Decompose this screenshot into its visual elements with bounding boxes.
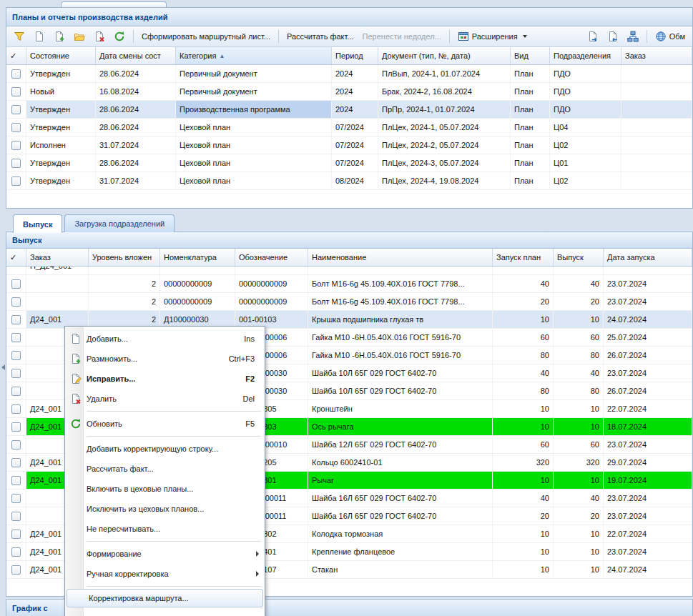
row-checkbox-cell bbox=[6, 364, 26, 382]
menu-delete[interactable]: УдалитьDel bbox=[65, 389, 265, 409]
table-row[interactable]: Н_Д24_001 bbox=[6, 267, 692, 275]
row-checkbox[interactable] bbox=[11, 440, 21, 449]
row-checkbox[interactable] bbox=[11, 177, 21, 186]
cell-category: Цеховой план bbox=[176, 154, 332, 172]
column-header-division[interactable]: Подразделения bbox=[550, 47, 621, 64]
row-checkbox[interactable] bbox=[11, 279, 21, 289]
row-checkbox[interactable] bbox=[11, 530, 21, 539]
table-row[interactable]: Утвержден28.06.2024Цеховой план07/2024Пл… bbox=[6, 119, 692, 136]
calc-fact-button[interactable]: Рассчитать факт... bbox=[283, 31, 358, 42]
cell-out: 80 bbox=[554, 347, 604, 364]
menu-manual-correction[interactable]: Ручная корректировка bbox=[65, 564, 265, 584]
filter-button[interactable] bbox=[10, 29, 29, 44]
row-checkbox[interactable] bbox=[11, 458, 21, 467]
clone-button[interactable] bbox=[50, 29, 69, 44]
cell-period: 2024 bbox=[332, 83, 378, 100]
tab-zagruzka-podrazdelenij[interactable]: Загрузка подразделений bbox=[64, 214, 175, 232]
column-header-kind[interactable]: Вид bbox=[511, 47, 550, 64]
extensions-button[interactable]: Расширения bbox=[454, 29, 531, 44]
row-checkbox[interactable] bbox=[11, 494, 21, 503]
column-header-out[interactable]: Выпуск bbox=[554, 249, 604, 266]
cell-value: Утвержден bbox=[30, 159, 70, 167]
column-header-doc[interactable]: Документ (тип, №, дата) bbox=[378, 47, 511, 64]
menu-add-correction-row[interactable]: Добавить корректирующую строку... bbox=[65, 439, 265, 459]
row-checkbox[interactable] bbox=[11, 547, 21, 557]
row-checkbox[interactable] bbox=[11, 69, 21, 79]
cell-value: 60 bbox=[541, 440, 549, 449]
column-header-check[interactable]: ✓ bbox=[6, 249, 26, 266]
route-sheet-button-label: Сформировать маршрутный лист... bbox=[142, 32, 270, 41]
lower-tabbar: Выпуск Загрузка подразделений bbox=[13, 214, 175, 233]
cell-date: 18.07.2024 bbox=[604, 418, 692, 435]
menu-shortcut: F5 bbox=[245, 419, 255, 428]
row-checkbox[interactable] bbox=[11, 422, 21, 432]
row-checkbox[interactable] bbox=[11, 565, 21, 575]
row-checkbox[interactable] bbox=[11, 476, 21, 485]
menu-calc-fact[interactable]: Рассчитать факт... bbox=[65, 459, 265, 479]
table-row[interactable]: Исполнен31.07.2024Цеховой план07/2024ПлЦ… bbox=[6, 136, 692, 154]
row-checkbox[interactable] bbox=[11, 297, 21, 307]
menu-no-recalc[interactable]: Не пересчитывать... bbox=[65, 519, 265, 539]
row-checkbox[interactable] bbox=[11, 123, 21, 132]
column-header-label: ✓ bbox=[10, 253, 16, 262]
menu-formation[interactable]: Формирование bbox=[65, 544, 265, 564]
add-button[interactable] bbox=[30, 29, 49, 44]
row-checkbox[interactable] bbox=[11, 387, 21, 396]
cell-value: Шайба 16Л 65Г 029 ГОСТ 6402-70 bbox=[312, 512, 436, 520]
sitemap-button[interactable] bbox=[624, 29, 642, 44]
column-header-des[interactable]: Обозначение bbox=[235, 249, 308, 266]
cell-date: 31.07.2024 bbox=[96, 136, 176, 154]
delete-button[interactable] bbox=[90, 29, 109, 44]
tab-vypusk[interactable]: Выпуск bbox=[13, 214, 62, 233]
column-header-category[interactable]: Категория▲ bbox=[176, 47, 332, 64]
cell-value: 10 bbox=[541, 530, 549, 538]
table-row[interactable]: Новый16.08.2024Первичный документ2024Бра… bbox=[6, 83, 692, 101]
row-checkbox[interactable] bbox=[11, 369, 21, 378]
open-button[interactable] bbox=[70, 29, 89, 44]
row-checkbox[interactable] bbox=[11, 512, 21, 521]
row-checkbox[interactable] bbox=[11, 333, 21, 342]
menu-edit[interactable]: Исправить...F2 bbox=[65, 369, 265, 389]
column-header-period[interactable]: Период bbox=[332, 47, 378, 64]
column-header-name[interactable]: Наименование bbox=[308, 249, 493, 266]
exchange-button[interactable]: Обм bbox=[652, 29, 689, 44]
table-row[interactable]: 20000000000900000000009Болт М16-6g 45.10… bbox=[6, 275, 692, 293]
window-tab-fragment[interactable] bbox=[61, 1, 167, 7]
route-sheet-button[interactable]: Сформировать маршрутный лист... bbox=[138, 31, 274, 42]
row-checkbox[interactable] bbox=[11, 87, 21, 96]
table-row[interactable]: 20000000000900000000009Болт М16-6g 45.10… bbox=[6, 293, 692, 311]
table-row[interactable]: Утвержден28.06.2024Первичный документ202… bbox=[6, 65, 692, 83]
column-header-order[interactable]: Заказ bbox=[621, 47, 692, 64]
cell-out: 10 bbox=[554, 418, 604, 435]
export-button[interactable] bbox=[584, 29, 602, 44]
menu-refresh[interactable]: ОбновитьF5 bbox=[65, 414, 265, 434]
column-header-state[interactable]: Состояние bbox=[26, 47, 96, 64]
row-checkbox-cell bbox=[6, 382, 26, 399]
import-button[interactable] bbox=[604, 29, 622, 44]
row-checkbox[interactable] bbox=[11, 404, 21, 414]
row-checkbox[interactable] bbox=[11, 159, 21, 168]
cell-order bbox=[621, 83, 692, 100]
plans-panel-header: Планы и отчеты производства изделий bbox=[6, 8, 692, 26]
row-checkbox[interactable] bbox=[11, 351, 21, 360]
column-header-date[interactable]: Дата смены сост bbox=[96, 47, 176, 64]
refresh-button[interactable] bbox=[110, 29, 129, 44]
row-checkbox[interactable] bbox=[11, 141, 21, 150]
menu-include-shop-plans[interactable]: Включить в цеховые планы... bbox=[65, 479, 265, 499]
column-header-plan[interactable]: Запуск план bbox=[493, 249, 554, 266]
column-header-check[interactable]: ✓ bbox=[6, 47, 26, 64]
column-header-order[interactable]: Заказ bbox=[26, 249, 89, 266]
table-row[interactable]: Утвержден31.07.2024Цеховой план08/2024Пл… bbox=[6, 172, 692, 190]
menu-add[interactable]: Добавить...Ins bbox=[65, 329, 265, 349]
menu-route-correction[interactable]: Корректировка маршрута... bbox=[67, 589, 263, 607]
row-checkbox[interactable] bbox=[11, 315, 21, 324]
menu-exclude-shop-plans[interactable]: Исключить из цеховых планов... bbox=[65, 499, 265, 519]
west-collapse-handle[interactable] bbox=[0, 359, 6, 375]
table-row[interactable]: Утвержден28.06.2024Цеховой план07/2024Пл… bbox=[6, 154, 692, 172]
column-header-level[interactable]: Уровень вложен bbox=[89, 249, 160, 266]
row-checkbox[interactable] bbox=[11, 105, 21, 114]
column-header-date[interactable]: Дата запуска bbox=[604, 249, 692, 266]
column-header-nom[interactable]: Номенклатура bbox=[160, 249, 235, 266]
table-row[interactable]: Утвержден28.06.2024Производственная прог… bbox=[6, 101, 692, 119]
menu-clone[interactable]: Размножить...Ctrl+F3 bbox=[65, 349, 265, 369]
